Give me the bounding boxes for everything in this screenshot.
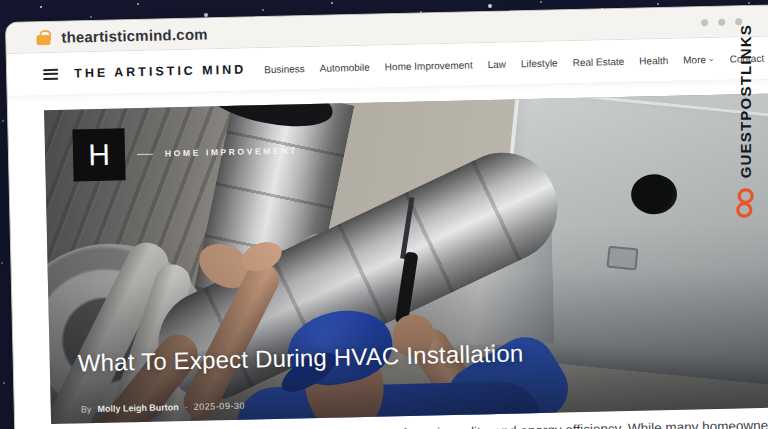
category-label[interactable]: HOME IMPROVEMENT — [165, 145, 298, 158]
hero-image: H HOME IMPROVEMENT What To Expect During… — [44, 94, 768, 424]
chain-link-top — [739, 190, 752, 203]
nav-item-more-label: More — [683, 54, 706, 66]
byline-separator: · — [185, 402, 188, 412]
watermark-text: GUESTPOSTLINKS — [737, 24, 754, 178]
category-logo-box: H — [72, 128, 125, 181]
nav-item-health[interactable]: Health — [639, 54, 668, 66]
nav-item-lifestyle[interactable]: Lifestyle — [521, 57, 558, 69]
main-navigation: Business Automobile Home Improvement Law… — [264, 52, 764, 74]
nav-item-real-estate[interactable]: Real Estate — [572, 55, 624, 67]
chain-link-bottom — [738, 204, 751, 217]
chain-link-icon — [734, 188, 756, 218]
category-row: H HOME IMPROVEMENT — [72, 124, 298, 181]
category-dash — [137, 153, 153, 154]
browser-window: theartisticmind.com THE ARTISTIC MIND Bu… — [5, 4, 768, 429]
window-control-dot[interactable] — [701, 19, 708, 26]
hamburger-menu-icon[interactable] — [43, 68, 58, 79]
site-logo[interactable]: THE ARTISTIC MIND — [74, 63, 246, 81]
byline-date: 2025-09-30 — [194, 401, 245, 412]
byline-author: Molly Leigh Burton — [97, 402, 179, 414]
address-bar-url[interactable]: theartisticmind.com — [61, 25, 208, 45]
nav-item-business[interactable]: Business — [264, 63, 305, 75]
page-content: H HOME IMPROVEMENT What To Expect During… — [8, 93, 768, 429]
window-control-dot[interactable] — [718, 19, 725, 26]
watermark: GUESTPOSTLINKS — [728, 24, 762, 218]
padlock-body — [36, 34, 50, 44]
nav-item-law[interactable]: Law — [487, 58, 506, 69]
nav-item-automobile[interactable]: Automobile — [320, 61, 370, 73]
nav-item-more[interactable]: More ⌄ — [683, 53, 715, 65]
padlock-icon — [36, 29, 51, 44]
chevron-down-icon: ⌄ — [708, 55, 715, 63]
byline-prefix: By — [81, 404, 92, 414]
nav-item-home-improvement[interactable]: Home Improvement — [385, 59, 473, 72]
